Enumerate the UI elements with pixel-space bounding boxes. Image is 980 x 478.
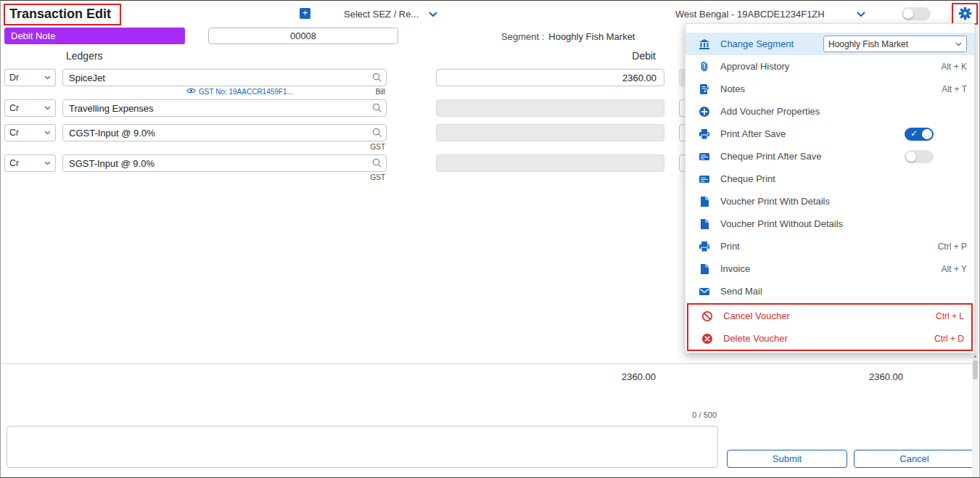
chevron-down-icon — [429, 12, 437, 17]
narration-textarea[interactable] — [7, 426, 718, 468]
printer-icon — [699, 128, 710, 140]
menu-item-shortcut: Alt + Y — [942, 264, 967, 274]
menu-item-shortcut: Alt + K — [941, 62, 967, 72]
sez-dropdown[interactable]: Select SEZ / Re... — [344, 9, 437, 20]
search-icon[interactable] — [371, 102, 382, 116]
menu-item-label: Notes — [720, 83, 745, 94]
ledger-name-field — [62, 124, 387, 141]
menu-item-label: Approval History — [720, 61, 789, 72]
ledger-name-input[interactable] — [62, 154, 387, 172]
menu-item-shortcut: Alt + T — [942, 84, 967, 94]
voucher-type-badge[interactable]: Debit Note — [4, 28, 185, 44]
menu-item-label: Print After Save — [720, 128, 786, 139]
menu-item-shortcut: Ctrl + D — [934, 334, 964, 344]
menu-item-cheque-print[interactable]: Cheque Print — [685, 168, 974, 190]
menu-item-change-segment[interactable]: Change Segment Hooghly Fish Market — [685, 33, 974, 55]
narration-char-counter: 0 / 500 — [7, 411, 717, 419]
mail-icon — [699, 286, 710, 297]
ledger-tag: GST — [334, 173, 385, 181]
toggle-knob — [903, 9, 913, 19]
debit-amount-field — [436, 154, 664, 172]
menu-item-voucher-print-without-details[interactable]: Voucher Print Without Details — [685, 213, 974, 235]
eye-icon — [186, 87, 196, 96]
search-icon[interactable] — [371, 157, 382, 171]
scrollbar-thumb[interactable] — [973, 360, 978, 379]
paperclip-icon — [699, 61, 710, 73]
danger-annotation-box: Cancel Voucher Ctrl + L Delete Voucher C… — [687, 303, 973, 351]
ledger-name-field — [62, 69, 387, 86]
header-toggle[interactable] — [902, 7, 931, 20]
chevron-down-icon — [955, 42, 962, 46]
check-icon: ✓ — [910, 128, 918, 139]
debit-amount-field — [436, 124, 664, 141]
print-after-save-toggle[interactable]: ✓ — [905, 128, 934, 141]
search-icon[interactable] — [371, 127, 382, 141]
submit-button[interactable]: Submit — [727, 450, 847, 468]
drcr-value: Cr — [9, 158, 19, 168]
menu-item-cancel-voucher[interactable]: Cancel Voucher Ctrl + L — [688, 305, 971, 327]
cancel-icon — [701, 310, 713, 322]
pdf-file-icon — [699, 196, 710, 207]
vertical-scrollbar[interactable]: ▲ — [972, 352, 979, 477]
cheque-icon — [699, 173, 710, 185]
segment-select[interactable]: Hooghly Fish Market — [823, 36, 967, 52]
debit-total: 2360.00 — [436, 371, 656, 382]
gst-state-dropdown[interactable]: West Bengal - 19ABCDE1234F1ZH — [675, 9, 865, 20]
chevron-down-icon — [44, 75, 51, 80]
menu-item-label: Send Mail — [720, 286, 762, 297]
menu-item-add-voucher-properties[interactable]: Add Voucher Properties — [685, 100, 974, 123]
transaction-edit-page: Transaction Edit + Select SEZ / Re... We… — [0, 0, 980, 478]
segment-label: Segment : — [501, 31, 544, 42]
menu-item-label: Invoice — [720, 263, 750, 274]
menu-item-voucher-print-with-details[interactable]: Voucher Print With Details — [685, 190, 974, 213]
plus-circle-icon — [699, 106, 710, 118]
add-button[interactable]: + — [300, 8, 310, 19]
menu-item-label: Print — [720, 241, 740, 252]
section-divider — [1, 363, 980, 364]
ledgers-heading: Ledgers — [66, 50, 103, 62]
drcr-select[interactable]: Cr — [4, 154, 56, 172]
menu-item-approval-history[interactable]: Approval History Alt + K — [685, 55, 974, 78]
menu-item-invoice[interactable]: Invoice Alt + Y — [685, 257, 974, 280]
chevron-down-icon — [44, 106, 51, 110]
chevron-down-icon — [857, 12, 865, 17]
ledger-tag: Bill — [334, 88, 385, 96]
menu-item-print-after-save[interactable]: Print After Save ✓ — [685, 123, 974, 145]
menu-item-send-mail[interactable]: Send Mail — [685, 280, 974, 302]
pdf-file-icon — [699, 263, 710, 275]
menu-item-print[interactable]: Print Ctrl + P — [685, 235, 974, 257]
drcr-select[interactable]: Cr — [4, 99, 56, 117]
menu-item-label: Delete Voucher — [723, 333, 788, 344]
search-icon[interactable] — [371, 72, 382, 86]
menu-item-cheque-print-after-save[interactable]: Cheque Print After Save — [685, 145, 974, 168]
cancel-button[interactable]: Cancel — [854, 450, 975, 468]
credit-total: 2360.00 — [679, 371, 903, 382]
ledger-name-input[interactable] — [62, 124, 387, 141]
menu-item-notes[interactable]: Notes Alt + T — [685, 78, 974, 100]
menu-item-label: Change Segment — [720, 38, 794, 49]
segment-line: Segment :Hooghly Fish Market — [501, 31, 635, 42]
toggle-knob — [922, 129, 932, 139]
gear-icon[interactable] — [958, 6, 973, 24]
ledger-tag: GST — [334, 143, 385, 151]
menu-item-delete-voucher[interactable]: Delete Voucher Ctrl + D — [688, 327, 971, 350]
gst-number-link[interactable]: GST No: 19AACCR1459F1... — [186, 87, 293, 96]
settings-menu: Change Segment Hooghly Fish Market Appro… — [685, 23, 975, 353]
menu-item-label: Voucher Print With Details — [720, 196, 830, 207]
menu-item-shortcut: Ctrl + L — [936, 311, 964, 321]
chevron-down-icon — [44, 131, 51, 135]
page-title: Transaction Edit — [4, 4, 121, 25]
cheque-print-after-save-toggle[interactable] — [905, 150, 934, 163]
ledger-name-field — [62, 154, 387, 172]
ledger-name-input[interactable] — [62, 99, 387, 117]
printer-icon — [699, 241, 710, 252]
menu-item-label: Add Voucher Properties — [720, 106, 820, 117]
ledger-name-input[interactable] — [62, 69, 387, 86]
menu-item-shortcut: Ctrl + P — [938, 242, 967, 252]
chevron-down-icon — [44, 161, 51, 165]
menu-item-label: Cheque Print — [720, 173, 775, 184]
drcr-select[interactable]: Dr — [4, 69, 56, 86]
debit-amount-input[interactable] — [436, 69, 664, 86]
drcr-select[interactable]: Cr — [4, 124, 56, 141]
voucher-number-input[interactable] — [208, 28, 398, 44]
